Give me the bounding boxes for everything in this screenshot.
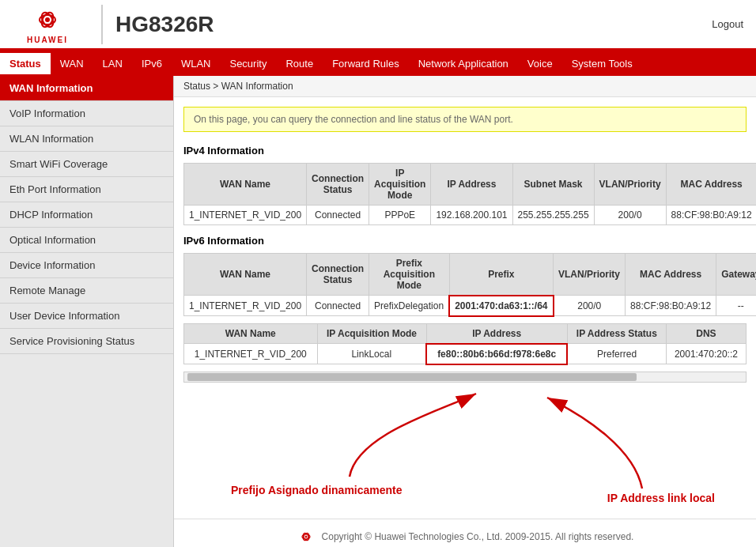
main-layout: WAN Information VoIP Information WLAN In… <box>0 76 756 547</box>
ipv4-col-ip-acq: IP Acquisition Mode <box>369 164 431 206</box>
nav-wlan[interactable]: WLAN <box>172 53 221 74</box>
ipv4-subnet-mask: 255.255.255.255 <box>512 206 594 225</box>
ipv6-t2-row-1: 1_INTERNET_R_VID_200 LinkLocal fe80::80b… <box>184 344 747 364</box>
footer: Copyright © Huawei Technologies Co., Ltd… <box>174 519 756 548</box>
scrollbar-thumb[interactable] <box>187 373 637 381</box>
ipv4-section: IPv4 Information WAN Name Connection Sta… <box>183 141 747 225</box>
ipv6-t1-prefix-acq-val: PrefixDelegation <box>369 296 450 316</box>
sidebar-item-smart-wifi[interactable]: Smart WiFi Coverage <box>0 152 173 177</box>
ipv4-wan-name: 1_INTERNET_R_VID_200 <box>184 206 307 225</box>
device-title: HG8326R <box>109 12 712 37</box>
breadcrumb: Status > WAN Information <box>174 76 756 97</box>
logo-area: HUAWEI <box>0 0 95 51</box>
ipv6-t1-gateway-val: -- <box>716 296 756 316</box>
footer-copyright: Copyright © Huawei Technologies Co., Ltd… <box>322 531 634 542</box>
horizontal-scrollbar[interactable] <box>183 372 747 383</box>
ipv6-section: IPv6 Information WAN Name Connection Sta… <box>183 232 747 365</box>
ipv6-t1-gateway: Gateway <box>716 254 756 296</box>
ipv6-t1-conn-status: Connection Status <box>307 254 369 296</box>
ipv4-col-vlan: VLAN/Priority <box>594 164 666 206</box>
info-banner: On this page, you can query the connecti… <box>183 107 747 132</box>
ipv4-table: WAN Name Connection Status IP Acquisitio… <box>183 163 756 225</box>
ipv4-ip-addr: 192.168.200.101 <box>431 206 512 225</box>
ipv4-section-title: IPv4 Information <box>183 141 747 160</box>
huawei-logo-icon <box>28 4 66 36</box>
ipv6-link-local-addr: fe80::80b6:b66d:f978:6e8c <box>426 344 567 364</box>
ipv6-t1-wan-name-val: 1_INTERNET_R_VID_200 <box>184 296 307 316</box>
ipv6-t1-mac-val: 88:CF:98:B0:A9:12 <box>626 296 716 316</box>
header: HUAWEI HG8326R Logout <box>0 0 756 51</box>
ipv4-ip-acq-mode: PPPoE <box>369 206 431 225</box>
ipv6-t1-wan-name: WAN Name <box>184 254 307 296</box>
logout-button[interactable]: Logout <box>712 18 743 30</box>
sidebar-item-optical[interactable]: Optical Information <box>0 228 173 253</box>
ipv6-t1-conn-val: Connected <box>307 296 369 316</box>
ipv6-t2-wan-name-val: 1_INTERNET_R_VID_200 <box>184 344 318 364</box>
logout-area[interactable]: Logout <box>712 18 756 30</box>
sidebar-item-wlan-information[interactable]: WLAN Information <box>0 126 173 152</box>
ipv6-t2-ip-status: IP Address Status <box>567 323 666 344</box>
ipv4-col-wan-name: WAN Name <box>184 164 307 206</box>
sidebar-item-remote-manage[interactable]: Remote Manage <box>0 278 173 304</box>
ipv6-t1-vlan-val: 200/0 <box>554 296 626 316</box>
ipv4-vlan: 200/0 <box>594 206 666 225</box>
ipv4-conn-status: Connected <box>307 206 369 225</box>
ipv6-t1-mac: MAC Address <box>626 254 716 296</box>
ipv6-t1-prefix: Prefix <box>449 254 553 296</box>
ipv6-t1-row-1: 1_INTERNET_R_VID_200 Connected PrefixDel… <box>184 296 757 316</box>
ipv6-t2-wan-name: WAN Name <box>184 323 318 344</box>
ipv6-t2-status-val: Preferred <box>567 344 666 364</box>
svg-point-3 <box>45 17 50 22</box>
ipv6-section-title: IPv6 Information <box>183 232 747 250</box>
nav-voice[interactable]: Voice <box>518 53 562 74</box>
ipv4-row-1: 1_INTERNET_R_VID_200 Connected PPPoE 192… <box>184 206 757 225</box>
nav-forward-rules[interactable]: Forward Rules <box>323 53 409 74</box>
nav-security[interactable]: Security <box>220 53 276 74</box>
ipv6-table2: WAN Name IP Acquisition Mode IP Address … <box>183 323 747 365</box>
ipv6-t2-ip-acq-val: LinkLocal <box>317 344 426 364</box>
annotation-right-text: IP Address link local <box>607 492 715 504</box>
nav-bar: Status WAN LAN IPv6 WLAN Security Route … <box>0 51 756 76</box>
sidebar-item-eth-port[interactable]: Eth Port Information <box>0 177 173 202</box>
content-area: Status > WAN Information On this page, y… <box>174 76 756 547</box>
ipv4-col-conn-status: Connection Status <box>307 164 369 206</box>
sidebar-item-user-device[interactable]: User Device Information <box>0 304 173 329</box>
nav-system-tools[interactable]: System Tools <box>562 53 642 74</box>
ipv6-t1-prefix-acq: Prefix Acquisition Mode <box>369 254 450 296</box>
sidebar-item-voip-information[interactable]: VoIP Information <box>0 101 173 126</box>
header-divider <box>101 5 103 44</box>
ipv4-mac: 88:CF:98:B0:A9:12 <box>666 206 756 225</box>
nav-route[interactable]: Route <box>276 53 323 74</box>
ipv6-table1: WAN Name Connection Status Prefix Acquis… <box>183 253 756 317</box>
footer-huawei-logo-icon <box>297 529 316 545</box>
nav-ipv6[interactable]: IPv6 <box>132 53 172 74</box>
annotation-left-text: Prefijo Asignado dinamicamente <box>231 484 403 496</box>
ipv4-col-subnet: Subnet Mask <box>512 164 594 206</box>
ipv6-t1-vlan: VLAN/Priority <box>554 254 626 296</box>
sidebar-item-dhcp[interactable]: DHCP Information <box>0 202 173 228</box>
ipv6-prefix-value: 2001:470:da63:1::/64 <box>449 296 553 316</box>
ipv6-t2-dns: DNS <box>666 323 746 344</box>
nav-wan[interactable]: WAN <box>51 53 93 74</box>
sidebar-item-wan-information[interactable]: WAN Information <box>0 76 173 101</box>
ipv6-t2-ip-acq: IP Acquisition Mode <box>317 323 426 344</box>
ipv6-t2-ip-addr: IP Address <box>426 323 567 344</box>
nav-network-application[interactable]: Network Application <box>409 53 518 74</box>
sidebar-item-device-info[interactable]: Device Information <box>0 253 173 278</box>
ipv4-col-ip-addr: IP Address <box>431 164 512 206</box>
logo-text-label: HUAWEI <box>27 36 68 44</box>
sidebar: WAN Information VoIP Information WLAN In… <box>0 76 174 547</box>
ipv4-col-mac: MAC Address <box>666 164 756 206</box>
sidebar-item-service-provisioning[interactable]: Service Provisioning Status <box>0 329 173 354</box>
svg-point-9 <box>304 535 307 538</box>
annotation-area: Prefijo Asignado dinamicamente IP Addres… <box>183 386 747 512</box>
ipv6-t2-dns-val: 2001:470:20::2 <box>666 344 746 364</box>
nav-lan[interactable]: LAN <box>93 53 132 74</box>
nav-status[interactable]: Status <box>0 53 51 74</box>
